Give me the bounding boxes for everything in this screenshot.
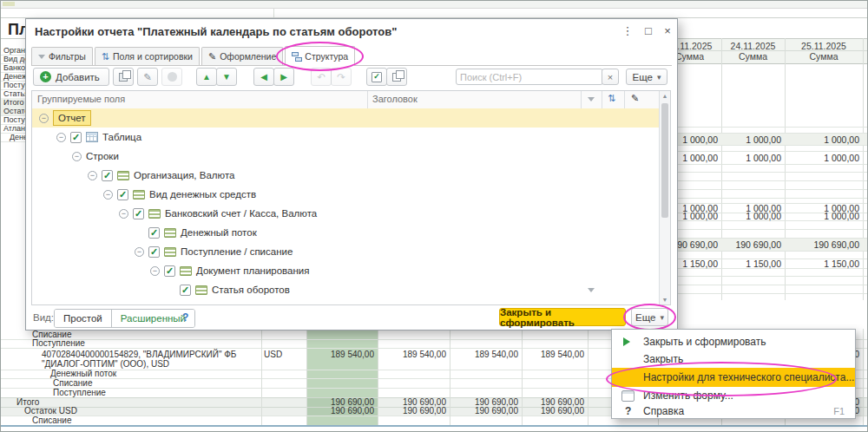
menu-item-close[interactable]: Закрыть bbox=[612, 350, 855, 368]
grid-vline bbox=[261, 329, 262, 425]
footer-more-button[interactable]: Еще ▾ bbox=[631, 308, 668, 326]
screen: Платежный календарь по статьям оборотов … bbox=[0, 0, 868, 432]
table-bottom-line bbox=[1, 425, 867, 427]
more-context-menu: Закрыть и сформировать Закрыть Настройки… bbox=[611, 329, 856, 419]
view-simple-button[interactable]: Простой bbox=[55, 310, 112, 327]
tree-row-report[interactable]: − Отчет bbox=[32, 108, 659, 128]
menu-item-tech-settings[interactable]: Настройки для технического специалиста..… bbox=[612, 368, 855, 387]
tab-appearance[interactable]: ✎ Оформление bbox=[201, 47, 283, 65]
scrollbar-thumb[interactable] bbox=[661, 103, 668, 218]
toolbar-more-button[interactable]: Еще ▾ bbox=[626, 69, 667, 85]
delete-icon bbox=[168, 72, 177, 82]
checkbox[interactable]: ✓ bbox=[133, 208, 144, 219]
collapse-toggle-icon[interactable]: − bbox=[150, 266, 160, 276]
checkbox[interactable]: ✓ bbox=[180, 285, 191, 296]
row-filter-icon bbox=[588, 288, 595, 292]
search-input[interactable] bbox=[456, 69, 603, 85]
tree-row-rows[interactable]: − Строки bbox=[32, 147, 659, 166]
checkbox[interactable]: ✓ bbox=[148, 227, 160, 239]
tree-row-cash-kind[interactable]: − ✓ Вид денежных средств bbox=[32, 185, 659, 204]
collapse-toggle-icon[interactable]: − bbox=[39, 114, 49, 123]
dropdown-icon: ▾ bbox=[660, 313, 664, 322]
add-button[interactable]: + Добавить bbox=[33, 68, 109, 86]
tab-filters[interactable]: Фильтры bbox=[31, 47, 93, 65]
maximize-icon[interactable]: □ bbox=[641, 24, 656, 37]
redo-button[interactable]: ↷ bbox=[331, 68, 352, 86]
help-link[interactable]: ? bbox=[182, 311, 188, 324]
collapse-toggle-icon[interactable]: − bbox=[103, 190, 113, 200]
tree-row-bank-account[interactable]: − ✓ Банковский счет / Касса, Валюта bbox=[32, 204, 659, 223]
tree-row-organization[interactable]: − ✓ Организация, Валюта bbox=[32, 166, 659, 185]
move-up-button[interactable]: ▲ bbox=[196, 68, 217, 86]
tree-row-label: Организация, Валюта bbox=[134, 170, 234, 180]
tree-row-label: Банковский счет / Касса, Валюта bbox=[165, 208, 317, 219]
collapse-toggle-icon[interactable]: − bbox=[72, 152, 82, 161]
checkbox[interactable]: ✓ bbox=[70, 132, 82, 143]
redo-icon: ↷ bbox=[337, 71, 345, 83]
copy-icon bbox=[119, 73, 128, 82]
tree-row-label: Статья оборотов bbox=[212, 285, 290, 295]
menu-item-change-form[interactable]: Изменить форму... bbox=[612, 387, 855, 404]
column-divider bbox=[602, 91, 602, 108]
grouping-icon bbox=[133, 190, 145, 200]
grid-vline bbox=[588, 329, 589, 425]
close-icon[interactable]: × bbox=[660, 24, 675, 37]
check-all-button[interactable]: ✓ bbox=[366, 68, 387, 86]
pencil-icon: ✎ bbox=[208, 51, 216, 62]
checkbox[interactable]: ✓ bbox=[164, 265, 175, 277]
pinned-cell bbox=[3, 2, 15, 6]
amount-column-header: Сумма bbox=[785, 51, 863, 62]
tree-row-label: Поступление / списание bbox=[181, 246, 293, 257]
delete-button[interactable] bbox=[161, 68, 182, 86]
tree-row-turnover-item[interactable]: ✓ Статья оборотов bbox=[32, 280, 659, 299]
checkbox[interactable]: ✓ bbox=[117, 189, 128, 200]
column-divider bbox=[624, 91, 625, 108]
column-divider bbox=[581, 91, 582, 108]
tree-row-label: Документ планирования bbox=[196, 265, 310, 276]
collapse-toggle-icon[interactable]: − bbox=[135, 247, 144, 257]
uncheck-all-button[interactable] bbox=[386, 68, 407, 86]
undo-button[interactable]: ↶ bbox=[311, 68, 332, 86]
filter-column-icon[interactable] bbox=[588, 97, 595, 101]
header-subline bbox=[654, 50, 867, 51]
form-icon bbox=[621, 390, 635, 402]
tree-row-in-out[interactable]: − ✓ Поступление / списание bbox=[32, 242, 659, 261]
arrow-down-icon: ▼ bbox=[222, 72, 231, 82]
more-vertical-icon[interactable]: ⋮ bbox=[620, 24, 635, 37]
move-right-button[interactable]: ▶ bbox=[273, 68, 294, 86]
move-down-button[interactable]: ▼ bbox=[216, 68, 237, 86]
filter-icon bbox=[38, 55, 45, 59]
appearance-column-icon[interactable]: ✎ bbox=[631, 93, 639, 104]
sort-column-icon[interactable]: ⇅ bbox=[608, 93, 615, 104]
sort-icon: ⇅ bbox=[102, 51, 109, 62]
tree-row-label: Таблица bbox=[102, 132, 141, 142]
tab-fields-and-sorting[interactable]: ⇅ Поля и сортировки bbox=[95, 47, 200, 65]
undo-icon: ↶ bbox=[317, 71, 326, 83]
collapse-toggle-icon[interactable]: − bbox=[56, 133, 66, 142]
checkbox[interactable]: ✓ bbox=[148, 246, 160, 258]
menu-item-help[interactable]: ? Справка F1 bbox=[612, 404, 855, 418]
tree-row-cash-flow[interactable]: ✓ Денежный поток bbox=[32, 223, 659, 242]
menu-item-close-and-generate[interactable]: Закрыть и сформировать bbox=[612, 333, 855, 350]
collapse-toggle-icon[interactable]: − bbox=[88, 171, 97, 180]
top-strip-2 bbox=[1, 9, 867, 18]
tree-row-planning-document[interactable]: − ✓ Документ планирования bbox=[32, 261, 659, 280]
close-and-generate-button[interactable]: Закрыть и сформировать bbox=[499, 308, 626, 326]
tree-scrollbar[interactable]: ▲ ▼ bbox=[659, 91, 670, 304]
scroll-up-icon[interactable]: ▲ bbox=[660, 93, 670, 99]
search-clear-button[interactable]: × bbox=[602, 69, 619, 85]
collapse-toggle-icon[interactable]: − bbox=[119, 209, 128, 219]
column-divider bbox=[367, 91, 368, 108]
group-copy-button[interactable] bbox=[113, 68, 134, 86]
checkbox[interactable]: ✓ bbox=[102, 170, 113, 181]
tab-structure[interactable]: Структура bbox=[285, 46, 355, 66]
tree-row-table[interactable]: − ✓ Таблица bbox=[32, 128, 659, 147]
grid-vline bbox=[863, 329, 864, 425]
grouping-icon bbox=[195, 285, 207, 295]
edit-button[interactable]: ✎ bbox=[137, 68, 158, 86]
play-icon bbox=[623, 337, 630, 346]
scroll-down-icon[interactable]: ▼ bbox=[660, 297, 670, 303]
tree-row-label: Вид денежных средств bbox=[149, 189, 256, 200]
strip-divider bbox=[273, 9, 274, 17]
move-left-button[interactable]: ◀ bbox=[253, 68, 274, 86]
